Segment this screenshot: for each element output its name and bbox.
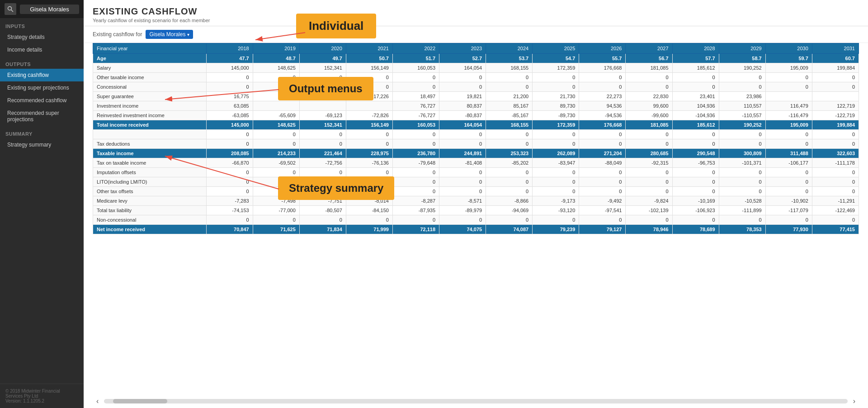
column-header-2028: 2028	[672, 43, 719, 54]
cell-value: 76,727	[392, 101, 439, 111]
sidebar-item-strategy-summary[interactable]: Strategy summary	[0, 138, 84, 151]
cell-value: 148,625	[253, 120, 299, 130]
sidebar-item-strategy-details[interactable]: Strategy details	[0, 31, 84, 43]
cell-value: 164,054	[439, 63, 486, 73]
scroll-nav: ‹ ›	[84, 394, 868, 408]
cell-value: 104,936	[672, 101, 719, 111]
cell-value: 0	[253, 168, 299, 177]
sidebar-item-recommended-cashflow[interactable]: Recommended cashflow	[0, 94, 84, 107]
sidebar-item-existing-cashflow[interactable]: Existing cashflow	[0, 69, 84, 81]
cell-value: 0	[392, 139, 439, 149]
column-header-2024: 2024	[486, 43, 533, 54]
cell-value: 0	[253, 215, 299, 225]
cell-value: 55.7	[579, 54, 626, 63]
cell-value: 0	[206, 168, 253, 177]
cell-value: 185,612	[672, 63, 719, 73]
cell-value: 0	[579, 82, 626, 92]
column-header-2029: 2029	[719, 43, 765, 54]
cell-value: -66,870	[206, 158, 253, 168]
cell-value: 0	[346, 130, 392, 139]
cell-value: 168,155	[486, 120, 533, 130]
cell-value: 0	[439, 215, 486, 225]
page-header: EXISTING CASHFLOW Yearly cashflow of exi…	[84, 0, 868, 26]
cell-value: 0	[719, 139, 765, 149]
column-header-2026: 2026	[579, 43, 626, 54]
cell-value: -8,866	[486, 196, 533, 206]
cell-value: 0	[299, 139, 346, 149]
row-label: Taxable income	[93, 149, 207, 158]
cell-value: 145,000	[206, 63, 253, 73]
cell-value: 221,464	[299, 149, 346, 158]
cell-value: 0	[486, 187, 533, 196]
cell-value: 0	[533, 82, 579, 92]
cell-value: -7,283	[206, 196, 253, 206]
cell-value: 0	[299, 82, 346, 92]
cell-value: 49.7	[299, 54, 346, 63]
cell-value: 0	[626, 215, 672, 225]
cell-value: 148,625	[253, 63, 299, 73]
search-button[interactable]	[5, 3, 16, 15]
cell-value: 0	[812, 168, 859, 177]
cell-value	[346, 177, 392, 187]
cell-value: 0	[672, 168, 719, 177]
table-row: Net income received70,84771,62571,83471,…	[93, 225, 859, 234]
cell-value: -99,600	[626, 111, 672, 120]
cell-value: -97,541	[579, 206, 626, 215]
member-select-button[interactable]: Gisela Morales ▾	[146, 30, 193, 39]
inputs-section: INPUTS Strategy details Income details	[0, 18, 84, 56]
column-header-2019: 2019	[253, 43, 299, 54]
main-panel: EXISTING CASHFLOW Yearly cashflow of exi…	[84, 0, 868, 408]
cell-value: 23,401	[672, 92, 719, 101]
cell-value: 0	[299, 130, 346, 139]
cell-value: 71,999	[346, 225, 392, 234]
cell-value: 0	[533, 187, 579, 196]
table-wrapper: Financial year20182019202020212022202320…	[84, 43, 868, 408]
scroll-left-button[interactable]: ‹	[93, 396, 102, 406]
cell-value: 0	[626, 82, 672, 92]
cell-value: 0	[812, 130, 859, 139]
sidebar-item-existing-super[interactable]: Existing super projections	[0, 81, 84, 94]
cell-value: 181,085	[626, 63, 672, 73]
cell-value: 0	[765, 215, 812, 225]
sidebar-item-income-details[interactable]: Income details	[0, 43, 84, 56]
cell-value: 17,079	[253, 92, 299, 101]
cell-value: -69,502	[253, 158, 299, 168]
search-icon	[7, 6, 14, 12]
cell-value: 0	[439, 82, 486, 92]
cell-value: -101,371	[719, 158, 765, 168]
cell-value: 199,884	[812, 63, 859, 73]
cell-value	[346, 101, 392, 111]
cell-value: 0	[346, 215, 392, 225]
row-label: Net income received	[93, 225, 207, 234]
column-header-2031: 2031	[812, 43, 859, 54]
cell-value: -96,753	[672, 158, 719, 168]
cell-value: 0	[626, 130, 672, 139]
cell-value: -84,150	[346, 206, 392, 215]
table-scroll-area[interactable]: Financial year20182019202020212022202320…	[93, 43, 859, 394]
table-row: Reinvested investment income-63,085-65,6…	[93, 111, 859, 120]
row-label: Age	[93, 54, 207, 63]
cell-value	[253, 101, 299, 111]
cell-value: -83,947	[533, 158, 579, 168]
cell-value: 79,127	[579, 225, 626, 234]
cell-value: 160,053	[392, 63, 439, 73]
table-row: LITO(including LMITO)00000000000	[93, 177, 859, 187]
cell-value: -102,139	[626, 206, 672, 215]
sidebar-item-recommended-super[interactable]: Recommended super projections	[0, 107, 84, 126]
cell-value: 21,200	[486, 92, 533, 101]
cell-value: 0	[206, 82, 253, 92]
cell-value: 0	[439, 130, 486, 139]
cell-value: 190,252	[719, 63, 765, 73]
cell-value: 0	[486, 177, 533, 187]
cell-value: 0	[392, 82, 439, 92]
cell-value: -122,719	[812, 111, 859, 120]
table-row: Super guarantee16,77517,07916,00517,2261…	[93, 92, 859, 101]
cell-value: 0	[486, 82, 533, 92]
table-header-row: Financial year20182019202020212022202320…	[93, 43, 859, 54]
svg-line-1	[11, 10, 14, 12]
cell-value	[253, 177, 299, 187]
cell-value: 0	[579, 177, 626, 187]
scroll-right-button[interactable]: ›	[849, 396, 859, 406]
cell-value: 322,603	[812, 149, 859, 158]
cell-value	[765, 92, 812, 101]
